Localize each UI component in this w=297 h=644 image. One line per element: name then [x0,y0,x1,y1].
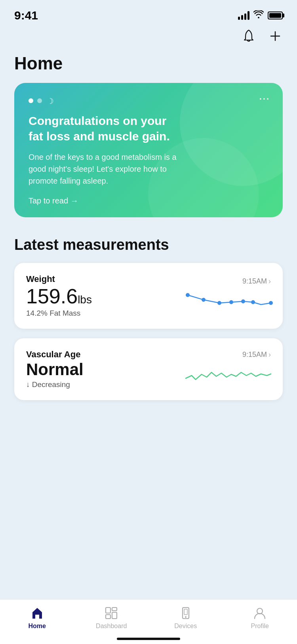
svg-point-4 [217,301,221,305]
svg-point-5 [229,300,233,304]
vascular-chart [184,364,271,388]
svg-point-2 [186,293,190,297]
banner-card[interactable]: ☽ ··· Congratulations on your fat loss a… [14,83,283,217]
moon-icon: ☽ [47,96,54,106]
vascular-card-left: Vascular Age Normal ↓ Decreasing [26,349,84,389]
svg-rect-9 [106,608,110,613]
nav-label-devices: Devices [174,623,197,630]
vascular-chevron: › [268,351,271,359]
devices-icon [179,606,193,620]
nav-item-profile[interactable]: Profile [223,606,297,630]
measurements-section-title: Latest measurements [0,217,297,263]
nav-label-profile: Profile [251,623,269,630]
vascular-card[interactable]: Vascular Age Normal ↓ Decreasing 9:15AM … [14,338,283,400]
svg-rect-10 [112,608,117,611]
home-indicator [117,638,180,640]
weight-chart [184,291,271,315]
svg-point-14 [185,616,187,618]
weight-time: 9:15AM › [242,277,271,286]
weight-value: 159.6lbs [26,286,92,307]
nav-item-devices[interactable]: Devices [148,606,223,630]
status-time: 9:41 [14,9,38,22]
header-icons [241,28,283,46]
nav-label-dashboard: Dashboard [96,623,127,630]
svg-point-6 [241,299,245,303]
svg-point-3 [202,298,206,302]
nav-item-dashboard[interactable]: Dashboard [74,606,149,630]
svg-rect-15 [184,609,187,615]
nav-item-home[interactable]: Home [0,606,74,630]
dot-1 [29,98,33,103]
weight-card[interactable]: Weight 159.6lbs 14.2% Fat Mass 9:15AM › [14,263,283,329]
status-icons [238,10,283,21]
battery-icon [268,12,283,19]
svg-point-8 [269,301,273,305]
weight-card-left: Weight 159.6lbs 14.2% Fat Mass [26,274,92,318]
dot-2 [37,98,42,103]
add-button[interactable] [268,29,283,46]
profile-icon [253,606,267,620]
vascular-label: Vascular Age [26,349,84,360]
weight-label: Weight [26,274,92,284]
dashboard-icon [104,606,118,620]
vascular-card-right: 9:15AM › [184,351,271,388]
svg-point-7 [251,300,255,304]
vascular-value: Normal [26,361,84,378]
wifi-icon [253,10,264,21]
vascular-time: 9:15AM › [242,351,271,359]
weight-chevron: › [268,277,271,286]
home-icon [30,606,44,620]
svg-rect-12 [112,612,117,619]
status-bar: 9:41 [0,0,297,24]
notification-button[interactable] [241,28,257,46]
nav-label-home: Home [29,623,46,630]
svg-rect-11 [106,615,110,619]
signal-icon [238,11,249,20]
banner-more-icon[interactable]: ··· [259,94,270,104]
weight-card-right: 9:15AM › [184,277,271,315]
page-title: Home [0,46,297,83]
vascular-trend: ↓ Decreasing [26,380,84,389]
weight-sub: 14.2% Fat Mass [26,309,92,318]
header [0,24,297,46]
banner-title: Congratulations on your fat loss and mus… [29,113,179,144]
